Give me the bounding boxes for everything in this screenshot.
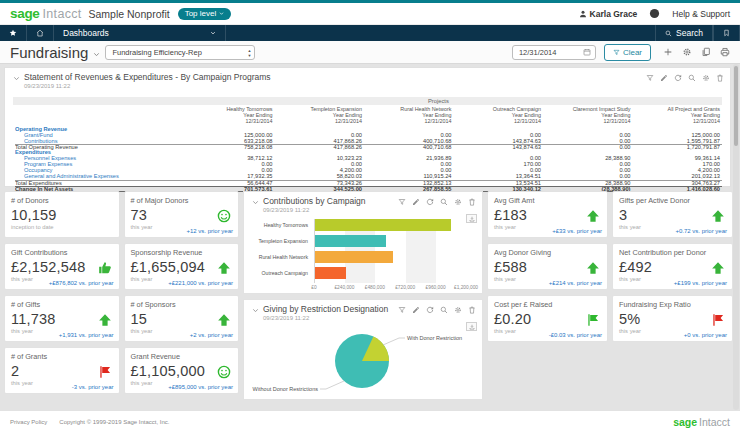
add-component-icon[interactable] [663, 47, 673, 57]
row-label[interactable]: Contributions [15, 139, 185, 145]
filter-icon[interactable] [398, 306, 406, 314]
bar-plot-area [314, 219, 466, 283]
kpi-card[interactable]: Net Contribution per Donor £492 this yea… [612, 243, 733, 290]
trash-icon[interactable] [468, 198, 476, 206]
pie-label-with-restriction: With Donor Restriction [407, 335, 462, 341]
edit-pencil-icon[interactable] [660, 74, 668, 82]
up-arrow-icon [217, 261, 231, 275]
kpi-title: # of Major Donors [131, 196, 233, 205]
filter-icon[interactable] [646, 74, 654, 82]
kpi-card[interactable]: Grant Revenue £1,105,000 this year +£895… [124, 347, 240, 394]
refresh-icon[interactable] [426, 198, 434, 206]
zoom-icon[interactable] [440, 306, 448, 314]
up-arrow-icon [711, 261, 725, 275]
duplicate-icon[interactable] [701, 47, 711, 57]
report-panel: Statement of Revenues & Expenditures - B… [4, 67, 731, 187]
kpi-card[interactable]: # of Major Donors 73 this year +12 vs. p… [124, 191, 240, 238]
chevron-down-icon[interactable] [93, 51, 100, 58]
row-label[interactable]: General and Administrative Expenses [15, 174, 185, 180]
kpi-card[interactable]: # of Gifts 11,738 this year +1,931 vs. p… [4, 295, 120, 342]
cell-value: 58,820.03 [275, 174, 365, 180]
x-axis-tick-label: £720,000 [395, 285, 415, 290]
kpi-value: 3 [619, 207, 726, 223]
kpi-card[interactable]: # of Grants 2 this year -3 vs. prior yea… [4, 347, 120, 394]
kpi-value: £183 [494, 207, 601, 223]
zoom-icon[interactable] [688, 74, 696, 82]
bar-segment[interactable] [315, 267, 346, 279]
kpi-card[interactable]: Gift Contributions £2,152,548 this year … [4, 243, 120, 290]
privacy-policy-link[interactable]: Privacy Policy [10, 419, 47, 425]
kpi-card[interactable]: Fundraising Exp Ratio 5% this year +0 vs… [612, 295, 733, 342]
bar-segment[interactable] [315, 251, 393, 263]
kpi-delta: +£33 vs. prior year [552, 228, 602, 234]
table-column-header: All Project and Grants Year Ending 12/31… [633, 107, 723, 125]
kpi-card[interactable]: Avg Donor Giving £588 this year +£214 vs… [487, 243, 608, 290]
kpi-card[interactable]: Gifts per Active Donor 3 this year +0.72… [612, 191, 733, 238]
collapse-chevron-icon[interactable] [252, 199, 259, 206]
table-column-header: Healthy Tomorrows Year Ending 12/31/2014 [185, 107, 275, 125]
dashboards-label: Dashboards [63, 28, 109, 38]
chart-column: Contributions by Campaign 09/23/2019 11:… [243, 191, 483, 405]
trash-icon[interactable] [468, 306, 476, 314]
kpi-delta: +£199 vs. prior year [674, 280, 727, 286]
edit-pencil-icon[interactable] [412, 198, 420, 206]
scrollbar-thumb[interactable] [734, 66, 738, 146]
kpi-card[interactable]: # of Donors 10,159 inception to date [4, 191, 120, 238]
red-flag-icon [711, 313, 725, 327]
kpi-title: # of Gifts [11, 300, 113, 309]
gear-icon[interactable] [454, 306, 462, 314]
contributions-by-campaign-chart: Contributions by Campaign 09/23/2019 11:… [243, 191, 483, 294]
calendar-icon [583, 48, 591, 56]
export-chart-icon[interactable] [466, 214, 477, 223]
gear-icon[interactable] [702, 74, 710, 82]
top-level-button[interactable]: Top level [178, 8, 232, 20]
filter-icon[interactable] [398, 198, 406, 206]
bookmark-button[interactable] [713, 25, 740, 41]
notification-icon[interactable] [649, 8, 660, 19]
table-column-header: Claremont Impact Study Year Ending 12/31… [543, 107, 633, 125]
global-search-button[interactable]: Search [655, 25, 713, 41]
help-support-link[interactable]: Help & Support [672, 9, 730, 19]
dashboards-menu[interactable]: Dashboards [54, 25, 226, 41]
bookmark-icon [723, 29, 730, 37]
kpi-card[interactable]: Sponsorship Revenue £1,655,094 this year… [124, 243, 240, 290]
as-of-date-input[interactable]: 12/31/2014 [512, 45, 596, 60]
gear-icon[interactable] [682, 47, 692, 57]
favorites-star-button[interactable] [0, 25, 27, 41]
kpi-grid-left: # of Donors 10,159 inception to date # o… [4, 191, 239, 394]
kpi-title: Avg Gift Amt [494, 196, 601, 205]
kpi-title: Grant Revenue [131, 352, 233, 361]
filter-icon [613, 49, 620, 56]
collapse-chevron-icon[interactable] [13, 75, 20, 82]
zoom-icon[interactable] [440, 198, 448, 206]
clear-filter-button[interactable]: Clear [604, 44, 651, 61]
bar-segment[interactable] [315, 235, 386, 247]
kpi-delta: +0.72 vs. prior year [675, 228, 727, 234]
bar-segment[interactable] [315, 219, 451, 231]
collapse-chevron-icon[interactable] [252, 307, 259, 314]
trash-icon[interactable] [716, 74, 724, 82]
kpi-delta: +£214 vs. prior year [549, 280, 602, 286]
gear-icon[interactable] [454, 198, 462, 206]
kpi-card[interactable]: # of Sponsors 15 this year +2 vs. prior … [124, 295, 240, 342]
vertical-scrollbar[interactable] [733, 64, 739, 410]
refresh-icon[interactable] [426, 306, 434, 314]
kpi-value: £0.20 [494, 311, 601, 327]
table-column-header: Outreach Campaign Year Ending 12/31/2014 [454, 107, 544, 125]
table-row: Total Expenditures 56,644.47 73,343.26 1… [15, 180, 722, 186]
dashboard-select[interactable]: Fundraising Efficiency-Rep ▲▼ [105, 45, 255, 60]
kpi-card[interactable]: Avg Gift Amt £183 this year +£33 vs. pri… [487, 191, 608, 238]
intacct-logo: Intacct [43, 7, 82, 21]
search-icon [665, 30, 672, 37]
sage-logo: sage [10, 6, 40, 21]
user-name: Karla Grace [590, 9, 638, 19]
kpi-card[interactable]: Cost per £ Raised £0.20 this year -£0.03… [487, 295, 608, 342]
kpi-title: Gift Contributions [11, 248, 113, 257]
kpi-period: inception to date [11, 224, 113, 230]
home-button[interactable] [27, 25, 54, 41]
refresh-icon[interactable] [674, 74, 682, 82]
printer-icon[interactable] [720, 47, 730, 57]
user-menu[interactable]: Karla Grace [579, 9, 638, 19]
chart-timestamp: 09/23/2019 11:22 [263, 207, 398, 213]
edit-pencil-icon[interactable] [412, 306, 420, 314]
